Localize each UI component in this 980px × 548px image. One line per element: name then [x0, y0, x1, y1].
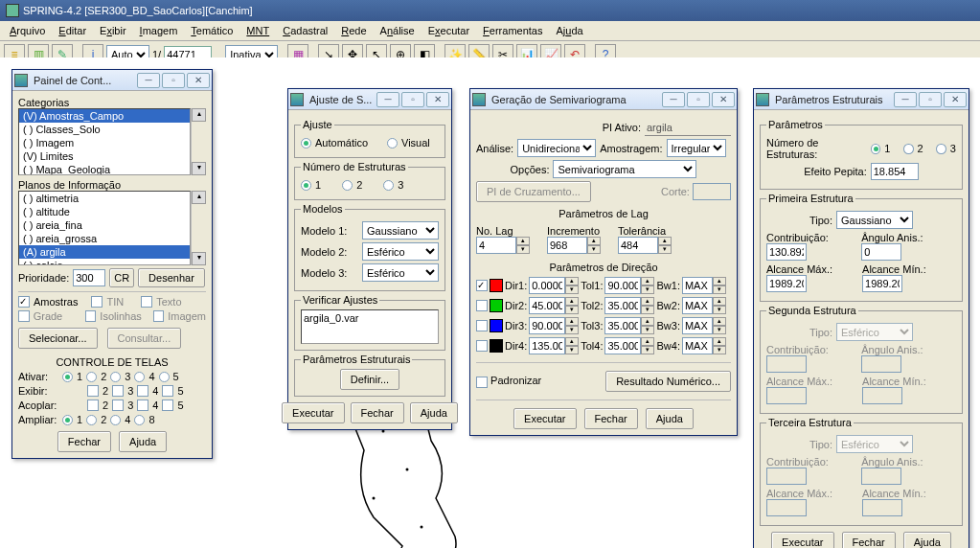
texto-check[interactable]	[141, 296, 152, 308]
list-item[interactable]: ( ) areia_fina	[19, 218, 190, 232]
imagem-check[interactable]	[153, 310, 165, 322]
menu-cadastral[interactable]: Cadastral	[277, 23, 333, 38]
menu-arquivo[interactable]: Arquivo	[4, 23, 51, 38]
menu-exibir[interactable]: Exibir	[94, 23, 132, 38]
list-item[interactable]: ( ) Classes_Solo	[19, 123, 190, 136]
ativar-2[interactable]	[86, 372, 97, 382]
modelo3-select[interactable]: Esférico	[362, 263, 439, 282]
ne-3[interactable]	[383, 180, 394, 191]
tol2-input[interactable]	[604, 297, 641, 314]
exibir-5[interactable]	[162, 385, 173, 397]
minimize-icon[interactable]: ─	[376, 92, 399, 107]
spinner[interactable]: ▴▾	[641, 297, 654, 314]
bw3-input[interactable]	[682, 317, 713, 334]
acoplar-4[interactable]	[137, 400, 148, 411]
tol1-input[interactable]	[604, 277, 641, 294]
dir4-input[interactable]	[529, 337, 565, 354]
exibir-3[interactable]	[112, 385, 124, 397]
amostras-check[interactable]	[18, 296, 30, 308]
menu-executar[interactable]: Executar	[422, 23, 475, 38]
dir2-check[interactable]	[476, 300, 488, 311]
ajuda-button[interactable]: Ajuda	[119, 431, 167, 452]
exibir-2[interactable]	[87, 385, 99, 397]
isolinhas-check[interactable]	[85, 310, 97, 322]
dir3-input[interactable]	[529, 317, 565, 334]
fechar-button[interactable]: Fechar	[351, 402, 404, 423]
alcmin1-input[interactable]	[862, 275, 902, 292]
ativar-3[interactable]	[110, 372, 121, 382]
resultado-button[interactable]: Resultado Numérico...	[605, 371, 731, 392]
ampliar-1[interactable]	[62, 415, 73, 425]
modelo2-select[interactable]: Esférico	[362, 242, 439, 261]
modelo1-select[interactable]: Gaussiano	[362, 221, 439, 240]
titlebar-ajuste[interactable]: Ajuste de S... ─ ▫ ✕	[288, 89, 451, 110]
executar-button[interactable]: Executar	[513, 408, 576, 429]
acoplar-3[interactable]	[112, 400, 124, 411]
titlebar-painel[interactable]: Painel de Cont... ─ ▫ ✕	[12, 70, 212, 91]
maximize-icon[interactable]: ▫	[919, 92, 942, 107]
ativar-5[interactable]	[159, 372, 170, 382]
spinner[interactable]: ▴▾	[641, 337, 654, 354]
menu-mnt[interactable]: MNT	[240, 23, 275, 38]
bw4-input[interactable]	[682, 337, 713, 354]
alcmax1-input[interactable]	[766, 275, 807, 292]
list-item[interactable]: ( ) calcio	[19, 259, 190, 265]
close-icon[interactable]: ✕	[426, 92, 449, 107]
dir1-check[interactable]	[476, 280, 488, 291]
list-item[interactable]: ( ) Imagem	[19, 136, 190, 149]
spinner[interactable]: ▴▾	[713, 297, 726, 314]
bw1-input[interactable]	[682, 277, 713, 294]
minimize-icon[interactable]: ─	[137, 73, 160, 88]
list-item[interactable]: ( ) altitude	[19, 205, 190, 218]
exibir-4[interactable]	[137, 385, 148, 397]
pe-2[interactable]	[903, 144, 914, 154]
spinner[interactable]: ▴▾	[565, 297, 579, 314]
ativar-1[interactable]	[62, 372, 73, 382]
efeito-input[interactable]	[871, 163, 919, 180]
tol4-input[interactable]	[604, 337, 641, 354]
maximize-icon[interactable]: ▫	[687, 92, 710, 107]
spinner[interactable]: ▴▾	[713, 317, 726, 334]
minimize-icon[interactable]: ─	[662, 92, 685, 107]
scrollbar[interactable]: ▴▾	[191, 191, 206, 265]
selecionar-button[interactable]: Selecionar...	[18, 328, 98, 349]
ajuda-button[interactable]: Ajuda	[410, 402, 458, 423]
titlebar-geracao[interactable]: Geração de Semivariograma ─ ▫ ✕	[470, 89, 737, 110]
spinner[interactable]: ▴▾	[713, 337, 726, 354]
pe-3[interactable]	[936, 144, 946, 154]
spinner[interactable]: ▴▾	[658, 237, 672, 254]
acoplar-5[interactable]	[162, 400, 173, 411]
planos-list[interactable]: ( ) altimetria ( ) altitude ( ) areia_fi…	[18, 191, 191, 265]
dir2-input[interactable]	[529, 297, 565, 314]
nolag-input[interactable]	[476, 237, 516, 254]
titlebar-param[interactable]: Parâmetros Estruturais ─ ▫ ✕	[754, 89, 969, 110]
spinner[interactable]: ▴▾	[565, 317, 579, 334]
list-item[interactable]: (V) Limites	[19, 149, 190, 163]
analise-select[interactable]: Unidirecional	[517, 139, 596, 157]
padronizar-check[interactable]	[476, 377, 488, 388]
spinner[interactable]: ▴▾	[516, 237, 530, 254]
menu-tematico[interactable]: Temático	[185, 23, 239, 38]
minimize-icon[interactable]: ─	[894, 92, 917, 107]
scrollbar[interactable]: ▴▾	[191, 108, 206, 175]
opcoes-select[interactable]: Semivariograma	[553, 160, 696, 178]
spinner[interactable]: ▴▾	[641, 317, 654, 334]
visual-radio[interactable]	[387, 138, 398, 148]
maximize-icon[interactable]: ▫	[401, 92, 424, 107]
spinner[interactable]: ▴▾	[587, 237, 601, 254]
executar-button[interactable]: Executar	[282, 402, 344, 423]
list-item[interactable]: (V) Amostras_Campo	[19, 109, 190, 123]
dir3-check[interactable]	[476, 320, 488, 331]
angulo1-input[interactable]	[861, 243, 901, 261]
ne-1[interactable]	[301, 180, 311, 191]
close-icon[interactable]: ✕	[712, 92, 735, 107]
fechar-button[interactable]: Fechar	[842, 532, 896, 548]
contrib1-input[interactable]	[766, 243, 807, 261]
categorias-list[interactable]: (V) Amostras_Campo ( ) Classes_Solo ( ) …	[18, 108, 191, 175]
verificar-textarea[interactable]: argila_0.var	[301, 309, 439, 344]
spinner[interactable]: ▴▾	[641, 277, 654, 294]
ajuda-button[interactable]: Ajuda	[903, 532, 951, 548]
spinner[interactable]: ▴▾	[565, 337, 579, 354]
dir4-check[interactable]	[476, 340, 488, 352]
fechar-button[interactable]: Fechar	[57, 431, 111, 452]
